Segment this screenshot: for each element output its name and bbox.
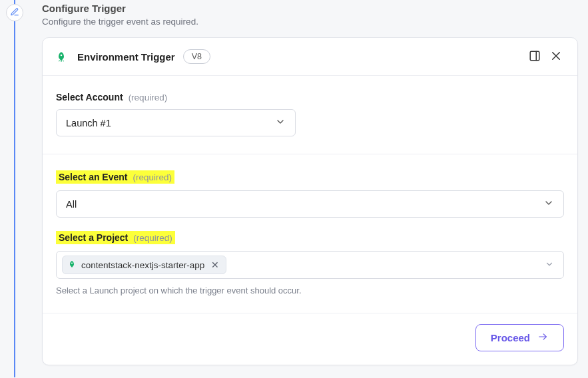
rocket-icon (53, 49, 69, 65)
chevron-down-icon (275, 116, 286, 129)
version-badge: V8 (183, 49, 210, 64)
trigger-card: Environment Trigger V8 Select Account (r… (42, 37, 578, 365)
close-icon: ✕ (211, 260, 219, 270)
svg-rect-1 (530, 51, 539, 61)
account-section: Select Account (required) Launch #1 (43, 76, 577, 154)
account-required-hint: (required) (129, 93, 168, 102)
svg-point-5 (71, 262, 73, 264)
close-icon (550, 50, 562, 64)
rocket-icon (68, 260, 76, 270)
configure-trigger-step: Configure Trigger Configure the trigger … (0, 0, 588, 377)
card-footer: Proceed (43, 313, 577, 365)
event-project-section: Select an Event (required) All Select a … (43, 154, 577, 313)
event-label-row: Select an Event (required) (56, 170, 174, 184)
project-select[interactable]: contentstack-nextjs-starter-app ✕ (56, 251, 564, 279)
card-header: Environment Trigger V8 (43, 38, 577, 76)
step-header: Configure Trigger Configure the trigger … (42, 0, 578, 27)
account-label: Select Account (56, 92, 123, 102)
pencil-icon (10, 7, 19, 19)
step-subtitle: Configure the trigger event as required. (42, 17, 578, 27)
proceed-label: Proceed (491, 332, 530, 343)
project-label: Select a Project (59, 232, 128, 243)
project-helper-text: Select a Launch project on which the tri… (56, 285, 564, 295)
timeline-line (14, 0, 15, 377)
account-label-row: Select Account (required) (56, 92, 564, 102)
close-button[interactable] (545, 46, 567, 67)
arrow-right-icon (537, 332, 549, 343)
event-select-value: All (66, 199, 77, 210)
panel-icon (529, 50, 541, 64)
panel-toggle-button[interactable] (524, 46, 545, 67)
step-node-edit[interactable] (6, 4, 23, 21)
project-tag-label: contentstack-nextjs-starter-app (81, 260, 204, 270)
project-tag: contentstack-nextjs-starter-app ✕ (62, 256, 226, 274)
chevron-down-icon (543, 198, 554, 210)
remove-tag-button[interactable]: ✕ (210, 260, 220, 270)
card-title: Environment Trigger (77, 51, 175, 63)
chevron-down-icon (545, 260, 554, 271)
step-title: Configure Trigger (42, 3, 578, 14)
account-select[interactable]: Launch #1 (56, 109, 296, 136)
proceed-button[interactable]: Proceed (475, 324, 564, 351)
event-required-hint: (required) (133, 172, 172, 182)
event-select[interactable]: All (56, 190, 564, 218)
project-required-hint: (required) (133, 233, 172, 243)
event-label: Select an Event (59, 172, 128, 182)
account-select-value: Launch #1 (66, 118, 111, 128)
svg-point-0 (61, 55, 63, 57)
project-label-row: Select a Project (required) (56, 231, 175, 244)
